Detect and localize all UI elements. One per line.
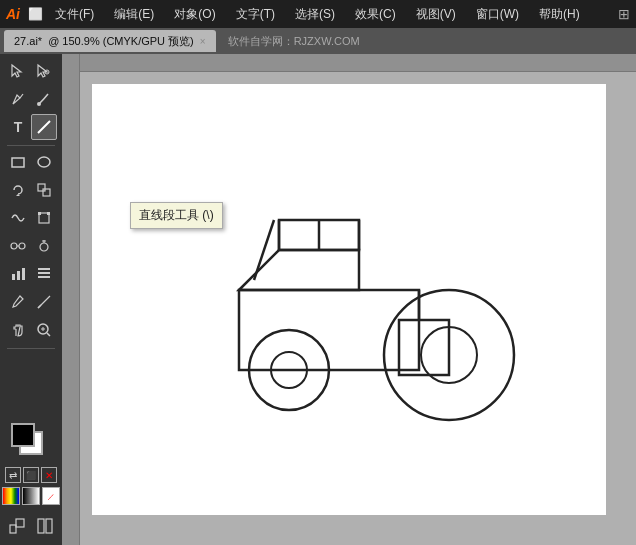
line-segment-tool[interactable]: [31, 114, 57, 140]
tool-group-graph: [3, 261, 59, 287]
tab-close-button[interactable]: ×: [200, 36, 206, 47]
tab-document[interactable]: 27.ai* @ 150.9% (CMYK/GPU 预览) ×: [4, 30, 216, 52]
watermark-text: 软件自学网：RJZXW.COM: [228, 34, 360, 49]
menu-effect[interactable]: 效果(C): [351, 4, 400, 25]
none-fill-icon[interactable]: ⟋: [42, 487, 60, 505]
swap-colors-icon[interactable]: ⇄: [5, 467, 21, 483]
gradient-icon[interactable]: [22, 487, 40, 505]
title-bar: Ai ⬜ 文件(F) 编辑(E) 对象(O) 文字(T) 选择(S) 效果(C)…: [0, 0, 636, 28]
zoom-tool[interactable]: [31, 317, 57, 343]
canvas-area: 直线段工具 (\): [62, 54, 636, 545]
menu-edit[interactable]: 编辑(E): [110, 4, 158, 25]
default-colors-icon[interactable]: ⬛: [23, 467, 39, 483]
svg-rect-9: [38, 184, 45, 191]
ruler-left: [62, 54, 80, 545]
svg-rect-20: [12, 274, 15, 280]
type-tool[interactable]: T: [5, 114, 31, 140]
tool-group-blend: [3, 233, 59, 259]
color-boxes[interactable]: [11, 423, 51, 463]
svg-point-17: [40, 243, 48, 251]
arrange-icon[interactable]: [4, 513, 30, 539]
tractor-illustration: [179, 170, 519, 430]
menu-object[interactable]: 对象(O): [170, 4, 219, 25]
svg-point-4: [37, 102, 41, 106]
tool-group-transform: [3, 177, 59, 203]
hand-tool[interactable]: [5, 317, 31, 343]
menu-text[interactable]: 文字(T): [232, 4, 279, 25]
rotate-tool[interactable]: [5, 177, 31, 203]
svg-rect-34: [16, 519, 24, 527]
none-color-icon[interactable]: ✕: [41, 467, 57, 483]
svg-rect-35: [38, 519, 44, 533]
menu-window[interactable]: 窗口(W): [472, 4, 523, 25]
ellipse-tool[interactable]: [31, 149, 57, 175]
svg-line-43: [254, 220, 274, 280]
svg-rect-10: [43, 189, 50, 196]
window-icon: ⬜: [28, 7, 43, 21]
svg-rect-6: [12, 158, 24, 167]
tool-group-hand: [3, 317, 59, 343]
tab-label: 27.ai*: [14, 35, 42, 47]
svg-rect-33: [10, 525, 16, 533]
main-area: T: [0, 54, 636, 545]
toolbar: T: [0, 54, 62, 545]
divider-2: [7, 348, 55, 349]
symbol-sprayer-tool[interactable]: [31, 233, 57, 259]
tool-group-type: T: [3, 114, 59, 140]
svg-marker-0: [12, 65, 21, 77]
arrange-group: [2, 511, 60, 541]
eyedropper-tool[interactable]: [5, 289, 31, 315]
free-transform-tool[interactable]: [31, 205, 57, 231]
menu-select[interactable]: 选择(S): [291, 4, 339, 25]
pen-tool[interactable]: [5, 86, 31, 112]
color-mode-icon[interactable]: [2, 487, 20, 505]
tool-group-warp: [3, 205, 59, 231]
svg-rect-24: [38, 276, 50, 278]
column-graph-tool[interactable]: [31, 261, 57, 287]
svg-rect-12: [38, 212, 41, 215]
brush-tool[interactable]: [31, 86, 57, 112]
tool-group-eyedropper: [3, 289, 59, 315]
svg-line-28: [38, 305, 41, 308]
measure-tool[interactable]: [31, 289, 57, 315]
tool-group-selection: [3, 58, 59, 84]
menu-file[interactable]: 文件(F): [51, 4, 98, 25]
warp-tool[interactable]: [5, 205, 31, 231]
svg-line-3: [20, 94, 23, 98]
canvas-document: [92, 84, 606, 515]
selection-tool[interactable]: [5, 58, 31, 84]
menu-view[interactable]: 视图(V): [412, 4, 460, 25]
app-logo: Ai: [6, 6, 20, 22]
rectangle-tool[interactable]: [5, 149, 31, 175]
svg-point-14: [11, 243, 17, 249]
svg-line-26: [18, 301, 21, 304]
menu-help[interactable]: 帮助(H): [535, 4, 584, 25]
svg-rect-21: [17, 271, 20, 280]
tab-bar: 27.ai* @ 150.9% (CMYK/GPU 预览) × 软件自学网：RJ…: [0, 28, 636, 54]
ruler-top: [62, 54, 636, 72]
direct-selection-tool[interactable]: [31, 58, 57, 84]
svg-rect-36: [46, 519, 52, 533]
tooltip-text: 直线段工具 (\): [139, 208, 214, 222]
tool-group-shape: [3, 149, 59, 175]
menu-bar: 文件(F) 编辑(E) 对象(O) 文字(T) 选择(S) 效果(C) 视图(V…: [51, 4, 584, 25]
svg-line-30: [47, 333, 50, 336]
grid-icon: ⊞: [618, 6, 630, 22]
tool-group-pen: [3, 86, 59, 112]
color-area: ⇄ ⬛ ✕ ⟋: [0, 417, 66, 511]
svg-rect-37: [239, 290, 419, 370]
svg-point-7: [38, 157, 50, 167]
foreground-color-box[interactable]: [11, 423, 35, 447]
arrange-icon-2[interactable]: [32, 513, 58, 539]
svg-rect-25: [38, 268, 50, 270]
graph-tool[interactable]: [5, 261, 31, 287]
tab-info: @ 150.9% (CMYK/GPU 预览): [48, 34, 194, 49]
svg-rect-23: [38, 272, 50, 274]
svg-point-15: [19, 243, 25, 249]
divider-1: [7, 145, 55, 146]
blend-tool[interactable]: [5, 233, 31, 259]
svg-rect-22: [22, 268, 25, 280]
scale-tool[interactable]: [31, 177, 57, 203]
color-extras: ⇄ ⬛ ✕: [5, 467, 57, 483]
svg-rect-13: [47, 212, 50, 215]
